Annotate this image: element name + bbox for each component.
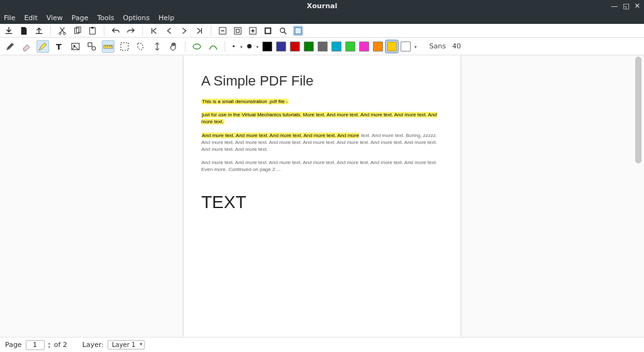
svg-point-18 [92, 47, 96, 50]
last-page-icon[interactable] [194, 26, 204, 36]
svg-rect-11 [266, 28, 270, 33]
color-yellow[interactable] [387, 41, 397, 52]
vertical-space-tool-icon[interactable] [151, 40, 164, 53]
text-tool-icon[interactable]: T [53, 40, 65, 53]
doc-para-1: This is a small demonstration .pdf file … [201, 98, 443, 105]
color-black[interactable] [262, 41, 272, 52]
menu-page[interactable]: Page [72, 14, 89, 22]
zoom-fit-icon[interactable] [233, 26, 243, 36]
page-label: Page [5, 341, 22, 349]
color-white[interactable] [401, 41, 411, 52]
highlighter-tool-icon[interactable] [36, 40, 49, 53]
shapes-tool-icon[interactable] [86, 40, 98, 53]
menu-file[interactable]: File [4, 14, 15, 22]
undo-icon[interactable] [111, 26, 121, 36]
thickness-thin-icon[interactable] [230, 43, 236, 50]
zoom-page-icon[interactable] [263, 26, 273, 36]
separator [104, 26, 104, 36]
separator [142, 26, 143, 36]
color-orange[interactable] [373, 41, 383, 52]
menu-view[interactable]: View [47, 14, 63, 22]
font-family[interactable]: Sans [430, 42, 446, 50]
color-red[interactable] [290, 41, 300, 52]
app-title: Xournal [307, 2, 337, 10]
fullscreen-icon[interactable] [293, 26, 303, 36]
color-blue[interactable] [276, 41, 286, 52]
page-input[interactable] [26, 340, 45, 350]
search-icon[interactable] [278, 26, 288, 36]
menubar: File Edit View Page Tools Options Help [0, 11, 644, 24]
font-size[interactable]: 40 [452, 42, 461, 50]
color-lime[interactable] [345, 41, 355, 52]
redo-icon[interactable] [126, 26, 136, 36]
separator [50, 26, 51, 36]
highlight-3: And more text. And more text. And more t… [201, 133, 360, 138]
save-icon[interactable] [4, 26, 14, 36]
image-tool-icon[interactable] [69, 40, 82, 53]
menu-edit[interactable]: Edit [24, 14, 37, 22]
open-icon[interactable] [34, 26, 44, 36]
pen-tool-icon[interactable] [4, 40, 16, 53]
new-icon[interactable] [19, 26, 29, 36]
doc-heading: A Simple PDF File [201, 73, 443, 89]
highlight-2: just for use in the Virtual Mechanics tu… [201, 112, 437, 124]
layer-select[interactable]: Layer 1 [108, 340, 145, 349]
separator [211, 26, 211, 36]
svg-point-21 [193, 44, 201, 49]
zoom-out-icon[interactable] [218, 26, 228, 36]
highlight-1: This is a small demonstration .pdf file … [201, 99, 289, 104]
thickness-thick-icon[interactable] [247, 43, 253, 50]
eraser-tool-icon[interactable] [20, 40, 33, 53]
statusbar: Page ▴▾ of 2 Layer: Layer 1 [0, 337, 644, 352]
thickness-dropdown-icon[interactable]: ▾ [240, 43, 243, 50]
cut-icon[interactable] [57, 26, 67, 36]
shape-recognizer-icon[interactable] [191, 40, 203, 53]
font-info: Sans 40 [430, 42, 461, 50]
first-page-icon[interactable] [149, 26, 159, 36]
maximize-icon[interactable]: ◱ [623, 2, 629, 10]
window-controls: — ◱ ✕ [611, 2, 640, 10]
svg-rect-13 [295, 27, 302, 34]
svg-rect-8 [236, 29, 239, 32]
select-rect-tool-icon[interactable] [118, 40, 131, 53]
separator [185, 41, 186, 52]
color-green[interactable] [304, 41, 314, 52]
doc-para-2: just for use in the Virtual Mechanics tu… [201, 111, 443, 125]
document-page[interactable]: A Simple PDF File This is a small demons… [184, 55, 460, 337]
select-region-tool-icon[interactable] [135, 40, 147, 53]
titlebar: Xournal — ◱ ✕ [0, 0, 644, 11]
paste-icon[interactable] [87, 26, 97, 36]
color-gray[interactable] [318, 41, 328, 52]
layer-label: Layer: [82, 341, 104, 349]
svg-rect-17 [88, 43, 92, 47]
line-tool-icon[interactable] [207, 40, 219, 53]
canvas-area[interactable]: A Simple PDF File This is a small demons… [0, 55, 644, 337]
prev-page-icon[interactable] [164, 26, 174, 36]
svg-rect-5 [91, 26, 94, 28]
zoom-in-icon[interactable] [248, 26, 258, 36]
svg-point-12 [280, 28, 285, 32]
copy-icon[interactable] [72, 26, 82, 36]
minimize-icon[interactable]: — [611, 2, 618, 10]
toolbar-main [0, 24, 644, 38]
svg-text:T: T [56, 42, 62, 52]
close-icon[interactable]: ✕ [635, 2, 640, 10]
menu-help[interactable]: Help [158, 14, 174, 22]
scrollbar-track[interactable] [635, 55, 643, 337]
menu-tools[interactable]: Tools [97, 14, 114, 22]
doc-para-4: And more text. And more text. And more t… [201, 159, 443, 173]
page-spinner[interactable]: ▴▾ [48, 341, 50, 349]
color-dropdown-icon[interactable]: ▾ [414, 43, 417, 50]
page-total: of 2 [54, 341, 67, 349]
color-cyan[interactable] [331, 41, 341, 52]
annotation-text[interactable]: TEXT [201, 192, 443, 212]
next-page-icon[interactable] [179, 26, 189, 36]
color-magenta[interactable] [359, 41, 369, 52]
menu-options[interactable]: Options [123, 14, 150, 22]
scrollbar-thumb[interactable] [635, 57, 641, 163]
ruler-tool-icon[interactable] [102, 40, 114, 53]
svg-rect-7 [235, 27, 242, 34]
doc-para-3: And more text. And more text. And more t… [201, 132, 443, 153]
hand-tool-icon[interactable] [167, 40, 180, 53]
thickness-dropdown2-icon[interactable]: ▾ [257, 43, 259, 50]
